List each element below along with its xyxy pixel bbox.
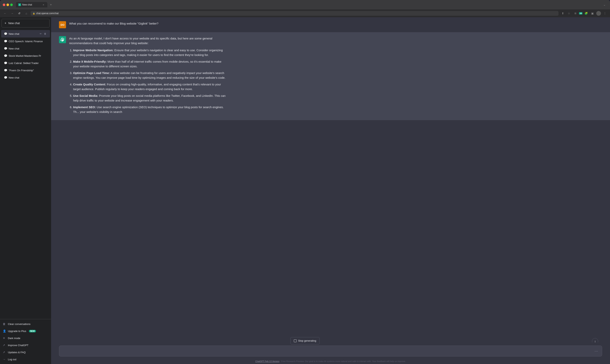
sidebar-item-stock[interactable]: 💬 Stock Market Masterclass Pr (1, 52, 50, 59)
ai-intro-text: As an AI language model, I don't have ac… (69, 36, 226, 46)
active-tab[interactable]: C New chat ✕ (16, 2, 47, 7)
recommendation-1: Improve Website Navigation: Ensure that … (73, 48, 226, 57)
sun-icon: ☀ (3, 337, 6, 340)
chat-icon-3: 💬 (4, 47, 7, 50)
title-bar: C New chat ✕ + ⌄ (0, 0, 610, 9)
account-avatar[interactable] (596, 11, 601, 16)
chat-item-label-4: Stock Market Masterclass Pr (9, 54, 47, 57)
chat-icon-2: 💬 (4, 40, 7, 43)
back-button[interactable]: ← (2, 11, 8, 16)
sidebar-icon[interactable]: ▣ (590, 11, 595, 16)
external-link-icon: ↗ (3, 344, 6, 347)
recommendation-2: Make it Mobile-Friendly: More than half … (73, 59, 226, 69)
chat-icon-4: 💬 (4, 54, 7, 57)
window-menu-icon[interactable]: ⌄ (602, 2, 607, 7)
nav-bar: ← → ↺ ⌂ 🔒 chat.openai.com/chat ⬆ ☆ ⊞ 19 … (0, 9, 610, 17)
clear-conversations-button[interactable]: 🗑 Clear conversations (0, 320, 51, 327)
footer: ChatGPT Feb 13 Version . Free Research P… (51, 359, 610, 364)
sidebar-item-new2[interactable]: 💬 New chat (1, 45, 50, 52)
improve-chatgpt-button[interactable]: ↗ Improve ChatGPT (0, 342, 51, 349)
minimize-window-button[interactable] (6, 3, 9, 6)
user-message-row: DO What you can reccomend to make our Bl… (51, 17, 610, 32)
upgrade-label: Upgrade to Plus (8, 330, 26, 333)
chat-item-label-2: CEO Speech: Islamic Finance (9, 40, 47, 43)
user-message-text: What you can reccomend to make our Blog … (69, 22, 158, 25)
upgrade-plus-button[interactable]: 👤 Upgrade to Plus NEW (0, 327, 51, 335)
dark-mode-button[interactable]: ☀ Dark mode (0, 335, 51, 342)
chat-icon-6: 💬 (4, 69, 7, 72)
chat-item-label: New chat (9, 32, 37, 35)
forward-button[interactable]: → (9, 11, 15, 16)
chat-messages: DO What you can reccomend to make our Bl… (51, 17, 610, 342)
ai-message-content: As an AI language model, I don't have ac… (69, 36, 226, 116)
maximize-window-button[interactable] (10, 3, 13, 6)
traffic-lights (3, 3, 13, 6)
stop-label: Stop generating (298, 339, 316, 342)
recommendation-6: Implement SEO: Use search engine optimiz… (73, 105, 226, 114)
stop-icon (294, 339, 297, 342)
more-options-button[interactable]: ⋯ (594, 348, 599, 354)
home-button[interactable]: ⌂ (24, 11, 29, 16)
app-container: + New chat 💬 New chat ✏ 🗑 💬 CEO Speech: … (0, 17, 610, 364)
close-window-button[interactable] (3, 3, 5, 6)
extensions-icon[interactable]: ⊞ (573, 11, 578, 16)
sidebar-item-new3[interactable]: 💬 New chat (1, 74, 50, 81)
tabs-bar: C New chat ✕ + (14, 2, 600, 7)
recommendations-list: Improve Website Navigation: Ensure that … (69, 48, 226, 114)
share-icon[interactable]: ⬆ (560, 11, 566, 16)
recommendation-4: Create Quality Content: Focus on creatin… (73, 82, 226, 91)
dark-mode-label: Dark mode (8, 337, 20, 340)
chat-list: 💬 New chat ✏ 🗑 💬 CEO Speech: Islamic Fin… (0, 29, 51, 319)
browser-chrome: C New chat ✕ + ⌄ ← → ↺ ⌂ 🔒 chat.openai.c… (0, 0, 610, 17)
sidebar: + New chat 💬 New chat ✏ 🗑 💬 CEO Speech: … (0, 17, 51, 364)
input-area: ⋯ (51, 342, 610, 359)
delete-chat-icon[interactable]: 🗑 (43, 32, 47, 36)
chat-icon: 💬 (4, 32, 7, 35)
address-bar[interactable]: 🔒 chat.openai.com/chat (31, 11, 558, 16)
chat-item-label-6: "Poem On Friendship" (9, 69, 47, 72)
chat-icon-5: 💬 (4, 62, 7, 65)
logout-icon: → (3, 358, 6, 361)
tab-close-button[interactable]: ✕ (42, 3, 45, 6)
recommendation-3: Optimize Page Load Time: A slow website … (73, 71, 226, 80)
input-wrapper: ⋯ (59, 346, 602, 357)
bookmark-icon[interactable]: ☆ (566, 11, 572, 16)
chat-item-label-5: Luiz Cabral: Skilled Trader (9, 62, 47, 65)
trash-icon: 🗑 (3, 322, 6, 325)
clear-label: Clear conversations (8, 323, 30, 325)
updates-faq-button[interactable]: ↗ Updates & FAQ (0, 349, 51, 356)
refresh-button[interactable]: ↺ (16, 11, 22, 16)
user-icon: 👤 (3, 329, 6, 333)
sidebar-bottom: 🗑 Clear conversations 👤 Upgrade to Plus … (0, 319, 51, 364)
chat-icon-7: 💬 (4, 76, 7, 79)
ai-avatar (59, 36, 66, 43)
sidebar-item-poem[interactable]: 💬 "Poem On Friendship" (1, 67, 50, 74)
ai-message-row: As an AI language model, I don't have ac… (51, 32, 610, 120)
new-badge: NEW (29, 330, 36, 332)
new-tab-button[interactable]: + (48, 2, 54, 7)
chat-item-label-3: New chat (9, 47, 47, 50)
footer-text: . Free Research Preview. Our goal is to … (280, 360, 406, 363)
recommendation-5: Use Social Media: Promote your blog post… (73, 93, 226, 103)
plus-icon: + (4, 21, 6, 25)
extension-badge: 19 (579, 12, 583, 14)
sidebar-item-luiz[interactable]: 💬 Luiz Cabral: Skilled Trader (1, 60, 50, 66)
tab-title: New chat (22, 3, 41, 6)
stop-generating-button[interactable]: Stop generating (290, 337, 320, 344)
chatgpt-version-link[interactable]: ChatGPT Feb 13 Version (255, 360, 279, 363)
chat-item-actions: ✏ 🗑 (39, 32, 47, 36)
tab-favicon: C (18, 3, 21, 6)
nav-actions: ⬆ ☆ ⊞ 19 🧩 ▣ ⋮ (560, 11, 608, 16)
chat-input[interactable] (62, 349, 594, 353)
logout-label: Log out (8, 358, 16, 361)
sidebar-item-ceo[interactable]: 💬 CEO Speech: Islamic Finance (1, 38, 50, 45)
edit-chat-icon[interactable]: ✏ (39, 32, 42, 36)
logout-button[interactable]: → Log out (0, 356, 51, 363)
new-chat-button[interactable]: + New chat (1, 19, 50, 27)
menu-icon[interactable]: ⋮ (602, 11, 608, 16)
user-message-content: What you can reccomend to make our Blog … (69, 21, 226, 26)
sidebar-item-active[interactable]: 💬 New chat ✏ 🗑 (1, 30, 50, 38)
puzzle-icon[interactable]: 🧩 (583, 11, 589, 16)
main-area: DO What you can reccomend to make our Bl… (51, 17, 610, 364)
chat-item-label-7: New chat (9, 76, 47, 79)
